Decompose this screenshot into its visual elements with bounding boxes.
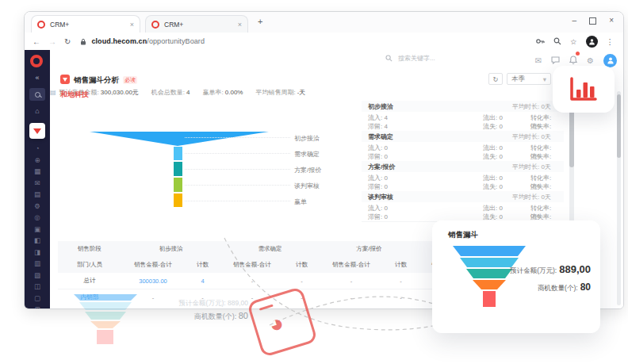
- funnel-stage-1[interactable]: [90, 132, 269, 146]
- sidebar-item-target-icon[interactable]: ⊕: [34, 157, 40, 164]
- leader-line: [185, 185, 290, 186]
- app-sidebar: « ⌂ ◔⊕▦✉▤⚙◎▣◧◨▥▨◫▢⊞▽: [25, 50, 50, 308]
- group-header: 方案/报价: [320, 245, 419, 253]
- profile-avatar[interactable]: [586, 36, 598, 48]
- maximize-button[interactable]: [589, 17, 596, 25]
- group-header: 初步接洽: [121, 245, 220, 253]
- period-select[interactable]: 本季 ▾: [507, 73, 551, 85]
- crm-favicon: [151, 21, 159, 29]
- funnel-stage-label: 赢单: [294, 197, 342, 206]
- sales-funnel-card: 销售漏斗 预计金额(万元):889,00 商机数量(个):80: [432, 220, 600, 333]
- leader-line: [185, 137, 290, 138]
- back-icon[interactable]: ←: [33, 37, 40, 46]
- bar-chart-icon: [569, 77, 598, 102]
- search-icon: [35, 92, 40, 98]
- sidebar-item-globe-icon[interactable]: ◎: [34, 214, 40, 221]
- panel-scrollbar[interactable]: [569, 101, 574, 223]
- sidebar-item-trend-icon[interactable]: ◔: [35, 145, 39, 152]
- leader-line: [185, 201, 290, 201]
- chart-icon-card[interactable]: [553, 66, 615, 113]
- user-avatar[interactable]: [603, 54, 617, 67]
- sidebar-item-comment-icon[interactable]: ◨: [34, 249, 40, 256]
- cell: -: [320, 278, 383, 285]
- sidebar-item-mail-icon[interactable]: ✉: [34, 180, 40, 187]
- sidebar-item-id-card-icon[interactable]: ▣: [34, 226, 40, 233]
- key-icon[interactable]: [536, 37, 545, 45]
- sidebar-item-settings-icon[interactable]: ⚙: [34, 203, 40, 210]
- browser-menu-icon[interactable]: ⋮: [607, 37, 615, 46]
- close-button[interactable]: ×: [609, 17, 614, 25]
- corner-people-label: 部门/人员: [58, 261, 121, 269]
- card-amount: 预计金额(万元):889,00: [510, 262, 591, 276]
- minimize-button[interactable]: –: [572, 17, 577, 25]
- col-header: 销售金额-合计: [121, 261, 185, 269]
- summary-item: 赢单率:0.00%: [203, 88, 243, 97]
- global-search[interactable]: [385, 54, 475, 63]
- sidebar-item-document-icon[interactable]: ▤: [34, 191, 40, 198]
- summary-item: 平均销售周期:-天: [255, 88, 305, 97]
- funnel-stage-label: 谈判审核: [294, 182, 342, 190]
- page-funnel-icon: [60, 75, 70, 84]
- lock-icon: [80, 38, 86, 45]
- reload-icon[interactable]: ↻: [64, 37, 71, 46]
- ghost-funnel-decoration: [73, 294, 140, 347]
- sidebar-item-chart-bar-icon[interactable]: ▨: [34, 272, 40, 279]
- company-name[interactable]: 和地科技: [60, 90, 89, 100]
- sidebar-item-briefcase-icon[interactable]: ◫: [34, 283, 40, 290]
- sidebar-item-chat-icon[interactable]: ◧: [34, 237, 40, 244]
- cell: -: [320, 294, 383, 301]
- stage-stats-block: 需求确定平均时长: 0天 流入: 0流出: 0转化率: 0% 滞留: 0流失: …: [362, 131, 564, 162]
- card-count: 商机数量(个):80: [538, 279, 591, 293]
- tab-strip: CRM+ × CRM+ × + – ×: [25, 12, 623, 33]
- page-title-tag[interactable]: 必读: [123, 76, 137, 84]
- cell: -: [383, 278, 419, 285]
- col-header: 计数: [185, 261, 220, 269]
- sidebar-item-grid-apps-icon[interactable]: ⊞: [34, 306, 40, 309]
- cell[interactable]: 4: [185, 278, 220, 285]
- summary-item: 机会总数量:4: [151, 88, 190, 97]
- hecom-logo: [30, 55, 43, 67]
- zoom-icon[interactable]: [553, 37, 561, 45]
- collapse-sidebar-icon[interactable]: «: [25, 74, 50, 82]
- refresh-button[interactable]: ↻: [488, 73, 503, 85]
- funnel-stage-5[interactable]: [174, 193, 182, 207]
- search-input[interactable]: [396, 54, 475, 63]
- gear-icon[interactable]: ⚙: [587, 56, 594, 65]
- tab-title: CRM+: [164, 21, 233, 29]
- page-scrollbar[interactable]: [617, 91, 621, 305]
- sidebar-search-button[interactable]: [29, 88, 45, 101]
- corner-stage-label: 销售阶段: [58, 245, 121, 253]
- sidebar-icon-list: ◔⊕▦✉▤⚙◎▣◧◨▥▨◫▢⊞▽: [25, 145, 50, 309]
- forward-icon[interactable]: →: [48, 37, 56, 46]
- bookmark-star-icon[interactable]: ☆: [570, 37, 577, 46]
- page-header: 销售漏斗分析 必读 ↻ 本季 ▾: [50, 71, 623, 89]
- cell: -: [220, 278, 284, 285]
- funnel-stage-3[interactable]: [174, 162, 182, 176]
- chat-icon[interactable]: [551, 56, 560, 64]
- stamp-glyph: ◕: [265, 308, 287, 341]
- summary-grid-icon: ▤: [50, 89, 56, 96]
- period-value: 本季: [511, 75, 525, 84]
- mail-icon[interactable]: ✉: [535, 56, 542, 65]
- card-title: 销售漏斗: [448, 230, 478, 240]
- sidebar-item-funnel-active[interactable]: [29, 123, 45, 139]
- sidebar-item-folder-icon[interactable]: ▢: [34, 295, 40, 302]
- tab-close-icon[interactable]: ×: [130, 21, 134, 29]
- chevron-down-icon: ▾: [543, 75, 546, 83]
- sidebar-item-home[interactable]: ⌂: [25, 107, 50, 115]
- url-text[interactable]: cloud.hecom.cn/opportunityBoard: [91, 37, 205, 45]
- new-tab-button[interactable]: +: [258, 17, 262, 26]
- cell[interactable]: 300030.00: [121, 278, 185, 285]
- col-header: 计数: [284, 261, 320, 269]
- sidebar-item-calendar-icon[interactable]: ▦: [34, 168, 40, 175]
- col-header: 计数: [383, 261, 419, 269]
- tab-close-icon[interactable]: ×: [238, 21, 242, 29]
- crm-favicon: [37, 21, 45, 29]
- sidebar-item-chart-line-icon[interactable]: ▥: [34, 260, 40, 267]
- browser-tab-inactive[interactable]: CRM+ ×: [145, 15, 248, 33]
- browser-tab-active[interactable]: CRM+ ×: [31, 15, 140, 33]
- funnel-stage-4[interactable]: [174, 178, 182, 192]
- funnel-stage-2[interactable]: [174, 147, 182, 160]
- stage-stats-panel: 初步接洽平均时长: 0天 流入: 4流出: 0转化率: 0% 滞留: 4流失: …: [362, 101, 564, 223]
- address-bar: ← → ↻ cloud.hecom.cn/opportunityBoard ☆ …: [25, 33, 623, 51]
